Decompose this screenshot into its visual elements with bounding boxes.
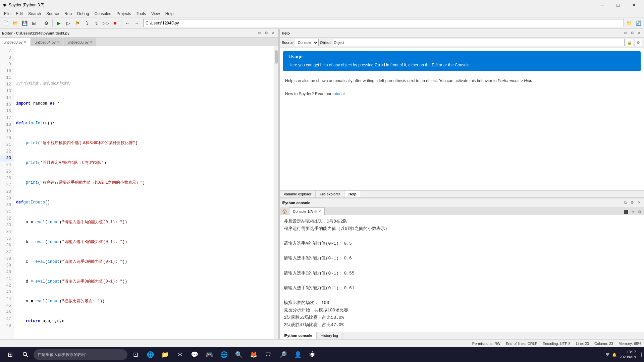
taskbar-edge[interactable]: 🌐 [144,347,157,362]
back-btn[interactable]: ← [123,19,132,27]
menu-search[interactable]: Search [25,10,44,17]
console-content[interactable]: 并且设定A与B在1队，C与D在2队 程序运行需要选手的能力值（以0到1之间的小数… [280,215,644,332]
menu-edit[interactable]: Edit [13,10,25,17]
menu-source[interactable]: Source [44,10,62,17]
taskbar-app1[interactable]: 🎮 [203,347,216,362]
taskbar-explorer[interactable]: 📁 [158,347,172,362]
help-close-btn[interactable]: ✕ [636,30,642,36]
tab-untitled3[interactable]: untitled3.py ✕ [0,38,30,46]
taskbar-chrome[interactable]: 🌐 [217,347,231,362]
title-bar-controls[interactable]: ─ □ ✕ [595,0,641,10]
minimize-button[interactable]: ─ [595,0,610,10]
tutorial-link[interactable]: tutorial [332,92,344,96]
lock-btn[interactable]: 🔒 [626,39,633,46]
console-gear-btn[interactable]: ⚙ [629,200,635,206]
step-into-btn[interactable]: ↴ [92,19,101,27]
menu-run[interactable]: Run [62,10,74,17]
tab-file-explorer[interactable]: File explorer [316,191,344,197]
taskbar-show-desktop[interactable]: ▕ [639,353,641,357]
help-panel-controls[interactable]: ⧉ ⚙ ✕ [623,30,642,36]
save-btn[interactable]: 💾 [20,19,29,27]
taskbar-mail[interactable]: ✉ [173,347,186,362]
right-panel: Help ⧉ ⚙ ✕ Source Console Editor Object [280,29,644,339]
taskbar-wechat[interactable]: 💬 [188,347,201,362]
help-gear-btn[interactable]: ⚙ [629,30,635,36]
ln-33: 33 [0,222,13,229]
stop-btn[interactable]: ■ [111,19,119,27]
editor-panel-controls[interactable]: ⧉ ⚙ ✕ [257,30,276,36]
path-input[interactable] [143,19,624,27]
taskbar-app2[interactable]: 🔍 [232,347,246,362]
tab-untitled85-close[interactable]: ✕ [90,40,93,44]
start-button[interactable]: ⊞ [3,347,17,362]
taskbar-search-box[interactable]: 在这里输入你要搜索的内容 [34,349,127,360]
editor-float-btn[interactable]: ⧉ [257,30,263,36]
console-home-btn[interactable]: 🏠 [280,208,289,215]
maximize-button[interactable]: □ [610,0,626,10]
console-title: IPython console [282,201,310,205]
console-tab-1-close[interactable]: ✕ [318,209,321,213]
code-line-10: def printIntro(): [16,120,271,127]
tab-history-log[interactable]: History log [317,332,342,339]
close-button[interactable]: ✕ [626,0,641,10]
console-float-btn[interactable]: ⧉ [623,200,629,206]
console-stop-btn[interactable]: ⬛ [623,209,629,215]
browse-btn[interactable]: 📁 [625,19,633,27]
help-controls: Source Console Editor Object 🔒 ⚙ [280,38,644,48]
menu-consoles[interactable]: Consoles [92,10,114,17]
step-btn[interactable]: ⤵ [83,19,91,27]
console-options-btn[interactable]: ⚙ [637,209,643,215]
menu-view[interactable]: View [149,10,163,17]
ln-36: 36 [0,242,13,249]
taskbar-app4[interactable]: 🛡 [262,347,275,362]
console-panel-controls[interactable]: ⧉ ⚙ ✕ [623,200,642,206]
tab-variable-explorer[interactable]: Variable explorer [280,191,316,197]
code-content[interactable]: #乒乓球比赛，单打淘汰与双打 import random as r def pr… [13,46,274,339]
scroll-thumb[interactable] [275,50,278,64]
menu-debug[interactable]: Debug [74,10,92,17]
taskbar-search-icon[interactable] [19,347,32,362]
code-editor[interactable]: 7 8 9 10 11 12 13 14 15 16 17 18 19 20 2… [0,46,278,339]
help-header: Help ⧉ ⚙ ✕ [280,29,644,38]
ln-10: 10 [0,68,13,74]
taskbar-spyder[interactable]: 🕷 [306,347,319,362]
ln-25: 25 [0,168,13,175]
help-float-btn[interactable]: ⧉ [623,30,629,36]
editor-scrollbar[interactable] [274,46,278,339]
console-close-btn[interactable]: ✕ [636,200,642,206]
console-tab-1[interactable]: Console 1/A ✕ [289,207,325,215]
tab-untitled84[interactable]: untitled84.py ✕ [31,38,63,46]
menu-tools[interactable]: Tools [134,10,149,17]
tab-help[interactable]: Help [344,191,361,197]
debug-btn[interactable]: ⚑ [73,19,82,27]
preferences-btn[interactable]: ⚙ [42,19,51,27]
taskbar-app6[interactable]: 👤 [291,347,305,362]
tab-untitled3-close[interactable]: ✕ [24,40,26,44]
continue-btn[interactable]: ▷▷ [101,19,110,27]
taskbar-task-view[interactable]: ⊡ [129,347,142,362]
status-bar: Permissions: RW End-of-lines: CRLF Encod… [0,339,644,347]
run-btn[interactable]: ▶ [54,19,63,27]
tab-untitled84-close[interactable]: ✕ [57,40,60,44]
menu-file[interactable]: File [1,10,13,17]
taskbar-app5[interactable]: 🔎 [276,347,290,362]
editor-close-btn[interactable]: ✕ [270,30,276,36]
editor-tabs: untitled3.py ✕ untitled84.py ✕ untitled8… [0,38,278,46]
editor-gear-btn[interactable]: ⚙ [263,30,269,36]
taskbar-app3[interactable]: 🦊 [247,347,260,362]
tab-untitled85[interactable]: untitled85.py ✕ [64,38,96,46]
menu-projects[interactable]: Projects [114,10,134,17]
run-cell-btn[interactable]: ▷ [64,19,72,27]
options-btn[interactable]: ⚙ [635,39,642,46]
console-edit-btn[interactable]: ✏ [630,209,636,215]
tab-untitled85-label: untitled85.py [68,40,89,44]
menu-help[interactable]: Help [163,10,176,17]
object-input[interactable] [332,39,625,46]
source-select[interactable]: Console Editor [295,39,319,46]
open-file-btn[interactable]: 📂 [11,19,19,27]
save-all-btn[interactable]: ⊞ [30,19,38,27]
forward-btn[interactable]: → [132,19,141,27]
tab-ipython-console[interactable]: IPython console [280,332,317,339]
sync-btn[interactable]: 🔄 [634,19,643,27]
new-file-btn[interactable]: 📄 [1,19,10,27]
